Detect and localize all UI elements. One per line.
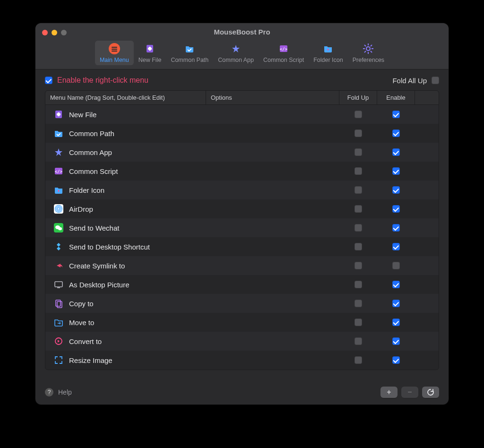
tab-common-app[interactable]: Common App: [213, 41, 259, 65]
svg-point-29: [58, 227, 62, 230]
table-row[interactable]: Copy to: [45, 294, 439, 313]
tab-common-app-label: Common App: [218, 57, 254, 63]
enable-checkbox[interactable]: [392, 281, 400, 288]
desktop-shortcut-icon: [54, 242, 63, 251]
col-menu-name[interactable]: Menu Name (Drag Sort, Double-click Edit): [45, 91, 206, 104]
row-name-cell: Resize Image: [45, 355, 206, 365]
table-row[interactable]: As Desktop Picture: [45, 275, 439, 294]
row-name-cell: As Desktop Picture: [45, 280, 206, 289]
table-row[interactable]: Common App: [45, 143, 439, 162]
tab-common-script[interactable]: </>Common Script: [259, 41, 309, 65]
table-row[interactable]: Create Symlink to: [45, 256, 439, 275]
col-enable[interactable]: Enable: [377, 91, 415, 104]
svg-text:</>: </>: [280, 47, 288, 52]
fold-checkbox[interactable]: [354, 319, 362, 326]
enable-checkbox[interactable]: [392, 262, 400, 269]
row-label: Copy to: [69, 300, 94, 308]
tab-main-menu[interactable]: Main Menu: [95, 41, 134, 65]
enable-checkbox[interactable]: [392, 356, 400, 364]
fold-checkbox[interactable]: [354, 186, 362, 194]
enable-checkbox[interactable]: [45, 77, 52, 84]
svg-rect-32: [56, 300, 60, 306]
close-icon[interactable]: [42, 30, 48, 35]
help-button[interactable]: ? Help: [45, 388, 72, 396]
tab-new-file[interactable]: New File: [134, 41, 166, 65]
table-row[interactable]: Common Path: [45, 124, 439, 143]
svg-rect-3: [112, 51, 117, 52]
add-button[interactable]: +: [380, 387, 398, 398]
enable-checkbox[interactable]: [392, 167, 400, 175]
enable-checkbox[interactable]: [392, 111, 400, 118]
svg-point-9: [366, 47, 370, 51]
fold-checkbox[interactable]: [354, 224, 362, 232]
fold-checkbox[interactable]: [354, 337, 362, 345]
fold-checkbox[interactable]: [354, 243, 362, 250]
tab-folder-icon-label: Folder Icon: [313, 57, 343, 63]
enable-checkbox[interactable]: [392, 224, 400, 232]
move-icon: [54, 318, 63, 327]
fold-checkbox[interactable]: [354, 300, 362, 307]
row-name-cell: Create Symlink to: [45, 261, 206, 270]
enable-checkbox[interactable]: [392, 300, 400, 307]
tab-new-file-icon: [143, 43, 157, 55]
fold-checkbox[interactable]: [354, 167, 362, 175]
table-row[interactable]: Folder Icon: [45, 181, 439, 199]
fold-checkbox[interactable]: [354, 111, 362, 118]
titlebar: MouseBoost Pro Main MenuNew FileCommon P…: [35, 23, 449, 69]
table-row[interactable]: AirDrop: [45, 199, 439, 218]
enable-checkbox[interactable]: [392, 319, 400, 326]
row-name-cell: Convert to: [45, 336, 206, 346]
table-row[interactable]: Convert to: [45, 332, 439, 351]
fold-checkbox[interactable]: [354, 148, 362, 156]
table-row[interactable]: Move to: [45, 313, 439, 332]
tab-folder-icon[interactable]: Folder Icon: [309, 41, 348, 65]
enable-checkbox[interactable]: [392, 148, 400, 156]
folder-path-icon: [54, 129, 63, 138]
table-row[interactable]: Send to Wechat: [45, 218, 439, 237]
fold-checkbox[interactable]: [354, 281, 362, 288]
enable-label: Enable the right-click menu: [57, 76, 148, 85]
svg-rect-6: [148, 48, 152, 50]
enable-checkbox[interactable]: [392, 186, 400, 194]
row-label: Folder Icon: [69, 186, 104, 194]
svg-rect-33: [57, 302, 62, 308]
enable-right-click[interactable]: Enable the right-click menu: [45, 76, 148, 85]
minimize-icon[interactable]: [52, 30, 57, 35]
svg-rect-20: [57, 113, 60, 115]
fold-checkbox[interactable]: [354, 129, 362, 137]
remove-button[interactable]: −: [401, 387, 418, 398]
fold-all-up[interactable]: Fold All Up: [392, 77, 439, 85]
window-title: MouseBoost Pro: [35, 28, 449, 39]
reload-button[interactable]: [422, 387, 439, 398]
enable-checkbox[interactable]: [392, 243, 400, 250]
table-row[interactable]: Send to Desktop Shortcut: [45, 237, 439, 256]
row-label: Send to Wechat: [69, 224, 119, 232]
svg-line-14: [364, 45, 366, 46]
table-row[interactable]: New File: [45, 105, 439, 124]
tab-common-path[interactable]: Common Path: [166, 41, 213, 65]
tab-common-path-icon: [182, 43, 197, 55]
toolbar: Main MenuNew FileCommon PathCommon App</…: [35, 39, 449, 69]
col-fold-up[interactable]: Fold Up: [339, 91, 377, 104]
maximize-icon[interactable]: [61, 30, 67, 35]
row-name-cell: Send to Desktop Shortcut: [45, 242, 206, 251]
enable-checkbox[interactable]: [392, 337, 400, 345]
tab-preferences[interactable]: Preferences: [348, 41, 389, 65]
row-name-cell: Folder Icon: [45, 185, 206, 195]
fold-checkbox[interactable]: [354, 262, 362, 269]
enable-checkbox[interactable]: [392, 129, 400, 137]
airdrop-icon: [54, 204, 63, 214]
applications-icon: [54, 147, 63, 157]
col-options[interactable]: Options: [206, 91, 339, 104]
svg-rect-31: [57, 287, 60, 288]
fold-checkbox[interactable]: [354, 356, 362, 364]
enable-checkbox[interactable]: [392, 205, 400, 213]
svg-line-15: [371, 51, 372, 52]
fold-all-checkbox[interactable]: [432, 77, 439, 84]
app-window: MouseBoost Pro Main MenuNew FileCommon P…: [35, 23, 449, 405]
row-label: As Desktop Picture: [69, 281, 130, 289]
table-row[interactable]: Resize Image: [45, 351, 439, 370]
fold-checkbox[interactable]: [354, 205, 362, 213]
table-row[interactable]: </>Common Script: [45, 162, 439, 181]
reload-icon: [427, 388, 434, 396]
